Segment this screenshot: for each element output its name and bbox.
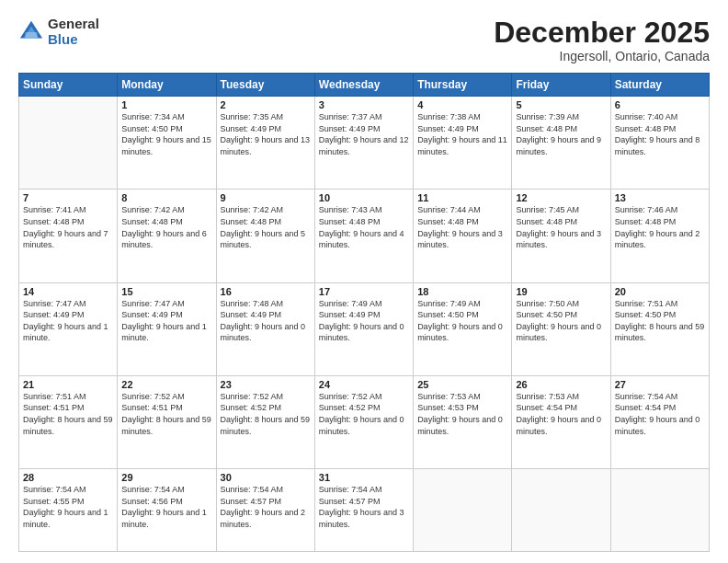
day-number: 18 [417,286,507,297]
day-info: Sunrise: 7:48 AMSunset: 4:49 PMDaylight:… [221,298,311,344]
day-info: Sunrise: 7:44 AMSunset: 4:48 PMDaylight:… [417,204,507,250]
calendar-cell: 21Sunrise: 7:51 AMSunset: 4:51 PMDayligh… [19,375,118,468]
day-number: 19 [516,286,606,297]
calendar-cell [512,469,610,552]
day-info: Sunrise: 7:53 AMSunset: 4:53 PMDaylight:… [417,391,507,437]
svg-rect-2 [25,32,37,39]
day-number: 12 [516,192,606,203]
calendar-cell: 7Sunrise: 7:41 AMSunset: 4:48 PMDaylight… [19,190,118,282]
day-number: 17 [319,286,409,297]
day-info: Sunrise: 7:54 AMSunset: 4:57 PMDaylight:… [221,484,311,530]
day-number: 4 [417,99,507,110]
day-number: 25 [417,379,507,390]
calendar-cell: 3Sunrise: 7:37 AMSunset: 4:49 PMDaylight… [314,97,413,190]
calendar-cell: 11Sunrise: 7:44 AMSunset: 4:48 PMDayligh… [414,190,512,282]
day-number: 23 [221,379,311,390]
day-number: 14 [23,286,113,297]
day-info: Sunrise: 7:42 AMSunset: 4:48 PMDaylight:… [221,204,311,250]
calendar-cell: 29Sunrise: 7:54 AMSunset: 4:56 PMDayligh… [118,469,216,552]
calendar-cell: 31Sunrise: 7:54 AMSunset: 4:57 PMDayligh… [314,469,413,552]
calendar-cell: 20Sunrise: 7:51 AMSunset: 4:50 PMDayligh… [610,282,709,375]
logo-blue-text: Blue [48,32,99,48]
weekday-header-thursday: Thursday [414,74,512,97]
calendar-cell: 23Sunrise: 7:52 AMSunset: 4:52 PMDayligh… [216,375,314,468]
day-info: Sunrise: 7:50 AMSunset: 4:50 PMDaylight:… [516,298,606,344]
calendar-cell: 1Sunrise: 7:34 AMSunset: 4:50 PMDaylight… [118,97,216,190]
day-number: 3 [319,99,409,110]
day-info: Sunrise: 7:47 AMSunset: 4:49 PMDaylight:… [121,298,211,344]
calendar-cell: 18Sunrise: 7:49 AMSunset: 4:50 PMDayligh… [414,282,512,375]
weekday-header-row: SundayMondayTuesdayWednesdayThursdayFrid… [19,74,710,97]
calendar-cell: 5Sunrise: 7:39 AMSunset: 4:48 PMDaylight… [512,97,610,190]
logo-text: General Blue [48,17,99,47]
day-number: 27 [615,379,705,390]
day-number: 9 [221,192,311,203]
calendar-cell: 8Sunrise: 7:42 AMSunset: 4:48 PMDaylight… [118,190,216,282]
day-info: Sunrise: 7:53 AMSunset: 4:54 PMDaylight:… [516,391,606,437]
day-number: 2 [221,99,311,110]
weekday-header-saturday: Saturday [610,74,709,97]
day-info: Sunrise: 7:54 AMSunset: 4:57 PMDaylight:… [319,484,409,530]
day-info: Sunrise: 7:54 AMSunset: 4:56 PMDaylight:… [121,484,211,530]
calendar-cell: 4Sunrise: 7:38 AMSunset: 4:49 PMDaylight… [414,97,512,190]
calendar-cell [610,469,709,552]
logo-icon [18,19,44,45]
day-number: 7 [23,192,113,203]
day-info: Sunrise: 7:43 AMSunset: 4:48 PMDaylight:… [319,204,409,250]
day-info: Sunrise: 7:49 AMSunset: 4:49 PMDaylight:… [319,298,409,344]
day-info: Sunrise: 7:51 AMSunset: 4:51 PMDaylight:… [23,391,113,437]
calendar-cell: 15Sunrise: 7:47 AMSunset: 4:49 PMDayligh… [118,282,216,375]
day-info: Sunrise: 7:54 AMSunset: 4:54 PMDaylight:… [615,391,705,437]
calendar-cell: 16Sunrise: 7:48 AMSunset: 4:49 PMDayligh… [216,282,314,375]
day-info: Sunrise: 7:52 AMSunset: 4:51 PMDaylight:… [121,391,211,437]
calendar-cell [19,97,118,190]
page: General Blue December 2025 Ingersoll, On… [0,0,728,563]
day-info: Sunrise: 7:37 AMSunset: 4:49 PMDaylight:… [319,111,409,157]
day-info: Sunrise: 7:47 AMSunset: 4:49 PMDaylight:… [23,298,113,344]
day-number: 22 [121,379,211,390]
day-number: 1 [121,99,211,110]
day-info: Sunrise: 7:39 AMSunset: 4:48 PMDaylight:… [516,111,606,157]
weekday-header-wednesday: Wednesday [314,74,413,97]
calendar-cell [414,469,512,552]
day-number: 13 [615,192,705,203]
calendar-table: SundayMondayTuesdayWednesdayThursdayFrid… [18,73,710,552]
page-title: December 2025 [494,17,710,49]
day-number: 30 [221,472,311,483]
calendar-week-row: 7Sunrise: 7:41 AMSunset: 4:48 PMDaylight… [19,190,710,282]
calendar-cell: 12Sunrise: 7:45 AMSunset: 4:48 PMDayligh… [512,190,610,282]
day-info: Sunrise: 7:52 AMSunset: 4:52 PMDaylight:… [319,391,409,437]
calendar-cell: 9Sunrise: 7:42 AMSunset: 4:48 PMDaylight… [216,190,314,282]
day-number: 24 [319,379,409,390]
calendar-week-row: 21Sunrise: 7:51 AMSunset: 4:51 PMDayligh… [19,375,710,468]
day-number: 16 [221,286,311,297]
calendar-cell: 26Sunrise: 7:53 AMSunset: 4:54 PMDayligh… [512,375,610,468]
day-info: Sunrise: 7:51 AMSunset: 4:50 PMDaylight:… [615,298,705,344]
day-number: 21 [23,379,113,390]
calendar-week-row: 14Sunrise: 7:47 AMSunset: 4:49 PMDayligh… [19,282,710,375]
calendar-cell: 24Sunrise: 7:52 AMSunset: 4:52 PMDayligh… [314,375,413,468]
calendar-cell: 22Sunrise: 7:52 AMSunset: 4:51 PMDayligh… [118,375,216,468]
day-info: Sunrise: 7:45 AMSunset: 4:48 PMDaylight:… [516,204,606,250]
day-info: Sunrise: 7:41 AMSunset: 4:48 PMDaylight:… [23,204,113,250]
day-info: Sunrise: 7:46 AMSunset: 4:48 PMDaylight:… [615,204,705,250]
day-number: 29 [121,472,211,483]
day-info: Sunrise: 7:54 AMSunset: 4:55 PMDaylight:… [23,484,113,530]
calendar-cell: 30Sunrise: 7:54 AMSunset: 4:57 PMDayligh… [216,469,314,552]
calendar-cell: 14Sunrise: 7:47 AMSunset: 4:49 PMDayligh… [19,282,118,375]
header: General Blue December 2025 Ingersoll, On… [18,17,710,63]
day-info: Sunrise: 7:34 AMSunset: 4:50 PMDaylight:… [121,111,211,157]
weekday-header-sunday: Sunday [19,74,118,97]
title-block: December 2025 Ingersoll, Ontario, Canada [494,17,710,63]
day-info: Sunrise: 7:35 AMSunset: 4:49 PMDaylight:… [221,111,311,157]
day-info: Sunrise: 7:52 AMSunset: 4:52 PMDaylight:… [221,391,311,437]
day-number: 6 [615,99,705,110]
day-number: 20 [615,286,705,297]
calendar-week-row: 1Sunrise: 7:34 AMSunset: 4:50 PMDaylight… [19,97,710,190]
day-number: 31 [319,472,409,483]
calendar-cell: 17Sunrise: 7:49 AMSunset: 4:49 PMDayligh… [314,282,413,375]
logo: General Blue [18,17,99,47]
day-number: 11 [417,192,507,203]
day-number: 8 [121,192,211,203]
day-number: 15 [121,286,211,297]
